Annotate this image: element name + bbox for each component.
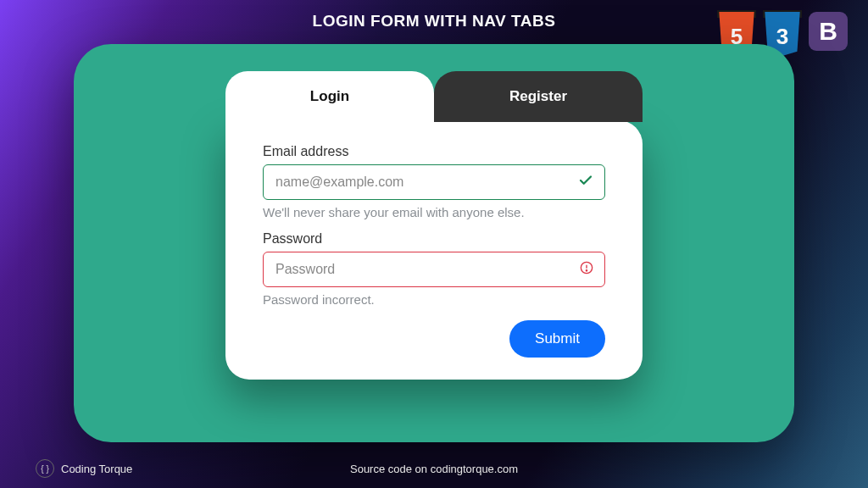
password-input-wrap	[263, 252, 605, 287]
email-input-wrap	[263, 164, 605, 200]
nav-tabs: Login Register	[225, 71, 643, 122]
login-card: Login Register Email address We'll never…	[225, 71, 643, 380]
email-input[interactable]	[263, 164, 605, 200]
alert-icon	[580, 261, 593, 278]
password-input[interactable]	[263, 252, 605, 287]
footer-source: Source code on codingtorque.com	[350, 463, 518, 475]
submit-row: Submit	[263, 320, 605, 358]
brand-icon: { }	[36, 459, 54, 478]
email-help-text: We'll never share your email with anyone…	[263, 205, 605, 219]
demo-stage: Login Register Email address We'll never…	[74, 44, 794, 442]
email-label: Email address	[263, 144, 605, 159]
footer: { } Coding Torque Source code on codingt…	[0, 459, 868, 478]
form-body: Email address We'll never share your ema…	[225, 120, 643, 380]
check-icon	[578, 173, 593, 191]
footer-brand: { } Coding Torque	[36, 459, 132, 478]
brand-name: Coding Torque	[61, 463, 132, 475]
tab-register[interactable]: Register	[434, 71, 643, 122]
password-label: Password	[263, 231, 605, 247]
bootstrap-badge: B	[809, 12, 848, 51]
svg-point-2	[586, 270, 587, 271]
password-error-text: Password incorrect.	[263, 292, 605, 307]
submit-button[interactable]: Submit	[509, 320, 605, 358]
tab-login[interactable]: Login	[225, 71, 434, 122]
